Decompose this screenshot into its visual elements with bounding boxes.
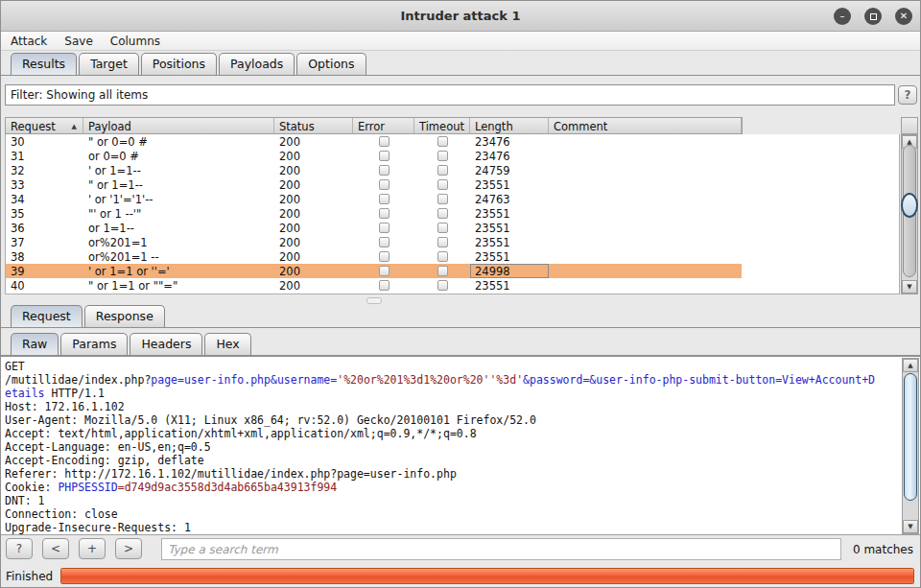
- match-count: 0 matches: [853, 543, 913, 556]
- tab-results[interactable]: Results: [11, 53, 77, 75]
- status-value: 200: [274, 235, 353, 249]
- status-value: 200: [274, 278, 353, 293]
- error-checkbox[interactable]: [379, 179, 390, 190]
- table-row[interactable]: 38or%201=1 --20023551: [6, 249, 742, 264]
- column-header-comment[interactable]: Comment: [549, 118, 742, 133]
- length-value: 24998: [470, 264, 549, 278]
- table-row[interactable]: 34' or '1'='1'--20024763: [6, 192, 742, 206]
- editor-scroll-down-icon[interactable]: ▼: [903, 520, 918, 533]
- search-input[interactable]: [161, 538, 841, 560]
- error-checkbox[interactable]: [379, 208, 390, 219]
- payload-value: or 0=0 #: [83, 149, 274, 163]
- timeout-checkbox[interactable]: [437, 194, 448, 204]
- tab-positions[interactable]: Positions: [141, 53, 217, 75]
- error-checkbox[interactable]: [379, 194, 390, 204]
- timeout-checkbox[interactable]: [437, 237, 448, 247]
- close-icon[interactable]: ✕: [895, 8, 912, 25]
- tab-response[interactable]: Response: [84, 305, 165, 327]
- tab-headers[interactable]: Headers: [130, 333, 202, 355]
- request-editor[interactable]: GET/mutillidae/index.php?page=user-info.…: [1, 356, 920, 535]
- search-next-button[interactable]: >: [115, 538, 142, 559]
- error-cell: [353, 149, 414, 163]
- request-line: User-Agent: Mozilla/5.0 (X11; Linux x86_…: [5, 413, 897, 427]
- tab-target[interactable]: Target: [79, 53, 139, 75]
- column-header-length[interactable]: Length: [470, 118, 549, 133]
- error-checkbox[interactable]: [379, 136, 390, 147]
- length-value: 24759: [470, 163, 549, 177]
- timeout-checkbox[interactable]: [437, 223, 448, 233]
- request-line: Referer: http://172.16.1.102/mutillidae/…: [5, 467, 897, 481]
- tab-payloads[interactable]: Payloads: [219, 53, 295, 75]
- status-value: 200: [274, 249, 353, 264]
- length-value: 24763: [470, 192, 549, 206]
- error-checkbox[interactable]: [379, 251, 390, 262]
- scrollbar-grip-icon[interactable]: [901, 193, 918, 218]
- minimize-icon[interactable]: –: [834, 8, 851, 25]
- table-row[interactable]: 31or 0=0 #20023476: [6, 149, 742, 163]
- editor-scrollbar[interactable]: ▲ ▼: [902, 358, 919, 534]
- results-table: Request ▲ Payload Status Error Timeout L…: [5, 117, 918, 294]
- table-scrollbar-thumb[interactable]: [903, 145, 916, 277]
- request-line: Cookie: PHPSESSID=d749d9ac3558d3d4ab665b…: [5, 481, 897, 494]
- error-checkbox[interactable]: [379, 280, 390, 291]
- column-header-status[interactable]: Status: [274, 118, 353, 133]
- table-row[interactable]: 35"' or 1 --'"20023551: [6, 206, 742, 221]
- results-table-body: 30" or 0=0 #2002347631or 0=0 #2002347632…: [5, 134, 900, 294]
- timeout-checkbox[interactable]: [437, 251, 448, 262]
- search-bar: ? < + > 0 matches: [1, 535, 920, 565]
- request-line: Connection: close: [5, 507, 897, 521]
- tab-raw[interactable]: Raw: [11, 333, 59, 355]
- scroll-down-icon[interactable]: ▼: [902, 280, 917, 294]
- request-number: 38: [6, 249, 83, 264]
- menu-columns[interactable]: Columns: [110, 35, 160, 48]
- timeout-checkbox[interactable]: [437, 280, 448, 291]
- request-number: 33: [6, 177, 83, 192]
- error-checkbox[interactable]: [379, 266, 390, 276]
- table-row[interactable]: 37or%201=120023551: [6, 235, 742, 249]
- editor-scroll-up-icon[interactable]: ▲: [903, 359, 918, 372]
- timeout-checkbox[interactable]: [437, 179, 448, 190]
- column-header-request[interactable]: Request ▲: [6, 118, 83, 133]
- tab-params[interactable]: Params: [60, 333, 128, 355]
- request-number: 35: [6, 206, 83, 221]
- tab-request[interactable]: Request: [11, 305, 83, 327]
- timeout-checkbox[interactable]: [437, 151, 448, 161]
- status-value: 200: [274, 163, 353, 177]
- search-help-button[interactable]: ?: [6, 538, 33, 559]
- help-button[interactable]: ?: [898, 85, 917, 105]
- table-scrollbar[interactable]: ▲ ▼: [901, 134, 918, 294]
- table-row[interactable]: 33" or 1=1--20023551: [6, 177, 742, 192]
- table-row[interactable]: 36or 1=1--20023551: [6, 221, 742, 235]
- search-add-button[interactable]: +: [79, 538, 106, 559]
- request-number: 31: [6, 149, 83, 163]
- editor-scrollbar-thumb[interactable]: [904, 373, 917, 501]
- error-checkbox[interactable]: [379, 151, 390, 161]
- timeout-cell: [414, 221, 470, 235]
- tab-options[interactable]: Options: [296, 53, 366, 75]
- comment-value: [549, 264, 742, 278]
- table-row[interactable]: 39' or 1=1 or ''='20024998: [6, 264, 742, 278]
- tab-hex[interactable]: Hex: [204, 333, 250, 355]
- error-checkbox[interactable]: [379, 223, 390, 233]
- view-tab-bar: Raw Params Headers Hex: [1, 332, 920, 356]
- table-row[interactable]: 30" or 0=0 #20023476: [6, 134, 742, 149]
- error-checkbox[interactable]: [379, 237, 390, 247]
- timeout-checkbox[interactable]: [437, 208, 448, 219]
- timeout-checkbox[interactable]: [437, 165, 448, 176]
- error-checkbox[interactable]: [379, 165, 390, 176]
- menu-attack[interactable]: Attack: [11, 35, 47, 48]
- splitter-handle[interactable]: [366, 297, 382, 304]
- table-row[interactable]: 32' or 1=1--20024759: [6, 163, 742, 177]
- column-header-payload[interactable]: Payload: [83, 118, 274, 133]
- search-previous-button[interactable]: <: [42, 538, 69, 559]
- table-row[interactable]: 40" or 1=1 or ""="20023551: [6, 278, 742, 293]
- results-table-header: Request ▲ Payload Status Error Timeout L…: [5, 117, 743, 134]
- maximize-icon[interactable]: [864, 8, 882, 25]
- column-header-error[interactable]: Error: [353, 118, 414, 133]
- timeout-checkbox[interactable]: [437, 136, 448, 147]
- menu-save[interactable]: Save: [64, 35, 92, 48]
- column-header-timeout[interactable]: Timeout: [414, 118, 470, 133]
- filter-text: Filter: Showing all items: [11, 88, 148, 102]
- filter-bar[interactable]: Filter: Showing all items: [5, 84, 895, 106]
- timeout-checkbox[interactable]: [437, 266, 448, 276]
